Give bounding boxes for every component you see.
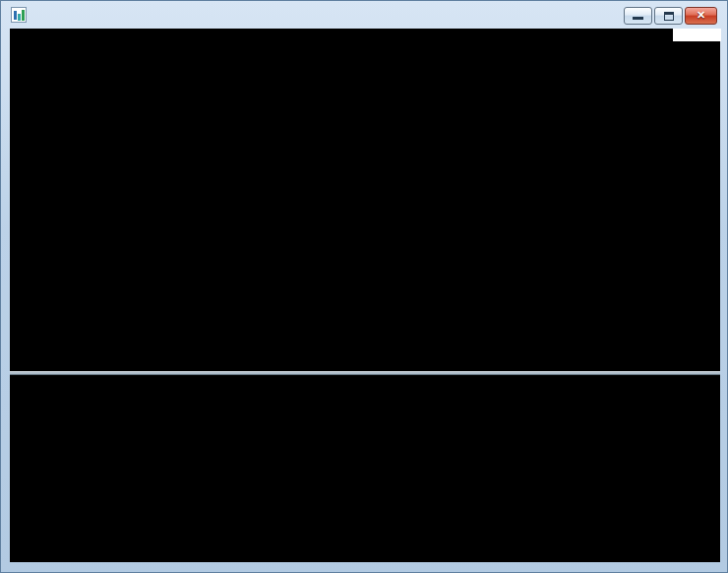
- close-icon: ✕: [686, 9, 716, 22]
- chart-client-area[interactable]: [10, 29, 720, 562]
- minimize-icon: [633, 17, 643, 20]
- chart-header: [18, 32, 25, 43]
- close-button[interactable]: ✕: [685, 7, 717, 25]
- chart-canvas[interactable]: [10, 29, 720, 562]
- mt4-chart-window: ✕: [0, 0, 728, 573]
- current-price-badge: [673, 29, 721, 41]
- maximize-button[interactable]: [654, 7, 683, 25]
- window-titlebar[interactable]: ✕: [1, 1, 727, 29]
- chart-window-icon: [11, 7, 27, 23]
- minimize-button[interactable]: [624, 7, 652, 25]
- maximize-icon: [664, 12, 674, 21]
- pane-separator[interactable]: [10, 371, 720, 375]
